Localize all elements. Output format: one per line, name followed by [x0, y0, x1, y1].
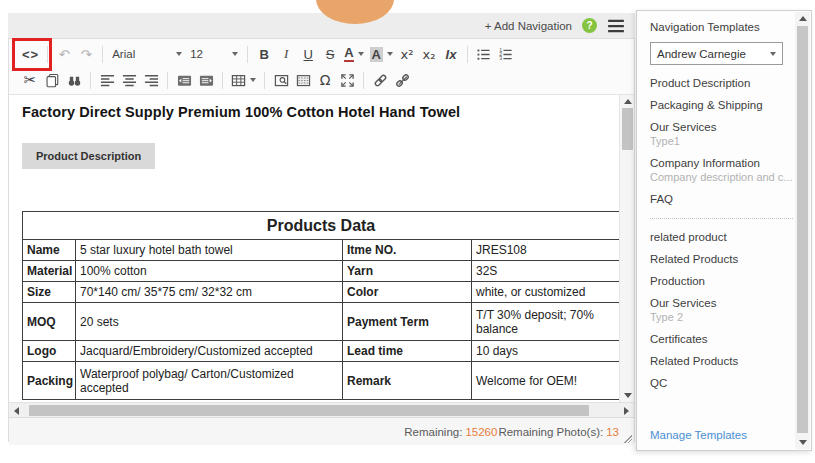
sidebar-item-product-description[interactable]: Product Description — [650, 77, 795, 90]
sidebar-item-production[interactable]: Production — [650, 275, 795, 288]
underline-button[interactable]: U — [297, 43, 319, 65]
table-cell[interactable]: Size — [23, 282, 76, 303]
menu-icon[interactable] — [607, 18, 625, 34]
add-navigation-button[interactable]: + Add Navigation — [485, 20, 572, 32]
sidebar-item-our-services-2[interactable]: Our Services Type 2 — [650, 297, 795, 324]
source-code-button[interactable]: <> — [19, 43, 42, 65]
scrollbar-thumb[interactable] — [29, 405, 589, 416]
font-family-select[interactable]: Arial — [108, 43, 186, 65]
sidebar-item-our-services-1[interactable]: Our Services Type1 — [650, 121, 795, 148]
table-cell[interactable]: Packing — [23, 362, 76, 400]
table-cell[interactable]: Remark — [343, 362, 472, 400]
product-title-heading[interactable]: Factory Direct Supply Premium 100% Cotto… — [22, 104, 619, 120]
table-cell[interactable]: Lead time — [343, 341, 472, 362]
strikethrough-button[interactable]: S — [319, 43, 341, 65]
scroll-up-arrow[interactable] — [795, 12, 810, 25]
scroll-down-arrow[interactable] — [620, 389, 634, 402]
table-cell[interactable]: 70*140 cm/ 35*75 cm/ 32*32 cm — [76, 282, 343, 303]
table-cell[interactable]: Jacquard/Embroidery/Customized accepted — [76, 341, 343, 362]
indent-icon[interactable] — [195, 69, 217, 91]
table-cell[interactable]: Yarn — [343, 261, 472, 282]
align-right-icon[interactable] — [140, 69, 162, 91]
table-cell[interactable]: Name — [23, 240, 76, 261]
scrollbar-thumb[interactable] — [622, 108, 633, 150]
table-cell[interactable]: white, or customized — [472, 282, 620, 303]
clear-formatting-button[interactable]: Ix — [440, 43, 462, 65]
align-center-icon[interactable] — [118, 69, 140, 91]
sidebar-item-certificates[interactable]: Certificates — [650, 333, 795, 346]
table-cell[interactable]: Welcome for OEM! — [472, 362, 620, 400]
highlight-color-label: A — [370, 47, 383, 62]
cut-icon[interactable]: ✂ — [19, 69, 41, 91]
chevron-down-icon — [250, 78, 256, 82]
help-icon[interactable]: ? — [582, 18, 597, 33]
template-select[interactable]: Andrew Carnegie — [650, 42, 783, 65]
fullscreen-icon[interactable] — [336, 69, 358, 91]
table-cell[interactable]: 32S — [472, 261, 620, 282]
sidebar-item-company-information[interactable]: Company Information Company description … — [650, 157, 795, 184]
sidebar-item-related-products-2[interactable]: Related Products — [650, 355, 795, 368]
editor-content-area[interactable]: Factory Direct Supply Premium 100% Cotto… — [9, 95, 634, 402]
table-cell[interactable]: Itme NO. — [343, 240, 472, 261]
document-body[interactable]: Factory Direct Supply Premium 100% Cotto… — [9, 95, 619, 402]
sidebar-item-qc[interactable]: QC — [650, 377, 795, 390]
text-color-button[interactable]: A — [341, 43, 366, 65]
bullet-list-icon[interactable] — [473, 43, 495, 65]
table-cell[interactable]: Waterproof polybag/ Carton/Customized ac… — [76, 362, 343, 400]
table-cell[interactable]: Payment Term — [343, 303, 472, 341]
table-cell[interactable]: JRES108 — [472, 240, 620, 261]
subscript-button[interactable]: x₂ — [418, 43, 440, 65]
template-icon[interactable] — [292, 69, 314, 91]
table-cell[interactable]: MOQ — [23, 303, 76, 341]
sidebar-item-related-product[interactable]: related product — [650, 231, 795, 244]
table-cell[interactable]: 10 days — [472, 341, 620, 362]
resize-grip[interactable] — [623, 434, 632, 443]
sidebar-item-label: Related Products — [650, 253, 795, 266]
redo-button[interactable]: ↷ — [75, 43, 97, 65]
italic-button[interactable]: I — [275, 43, 297, 65]
sidebar-item-related-products-1[interactable]: Related Products — [650, 253, 795, 266]
table-cell[interactable]: 20 sets — [76, 303, 343, 341]
special-character-button[interactable]: Ω — [314, 69, 336, 91]
table-cell[interactable]: Color — [343, 282, 472, 303]
products-data-table[interactable]: Products Data Name 5 star luxury hotel b… — [22, 211, 619, 400]
scrollbar-thumb[interactable] — [797, 26, 808, 433]
table-cell[interactable]: T/T 30% deposit; 70% balance — [472, 303, 620, 341]
outdent-icon[interactable] — [173, 69, 195, 91]
find-replace-icon[interactable] — [63, 69, 85, 91]
table-cell[interactable]: 100% cotton — [76, 261, 343, 282]
undo-button[interactable]: ↶ — [53, 43, 75, 65]
scroll-left-arrow[interactable] — [9, 403, 24, 418]
editor-vertical-scrollbar[interactable] — [619, 95, 634, 402]
link-icon[interactable] — [369, 69, 391, 91]
toolbar-divider — [264, 72, 265, 89]
panel-scrollbar[interactable] — [795, 12, 810, 449]
scroll-up-arrow[interactable] — [620, 95, 634, 108]
scroll-right-arrow[interactable] — [619, 403, 634, 418]
superscript-button[interactable]: x² — [396, 43, 418, 65]
table-cell[interactable]: Logo — [23, 341, 76, 362]
product-description-tab[interactable]: Product Description — [22, 143, 155, 169]
editor-status-bar: Remaining: 15260 Remaining Photo(s): 13 — [9, 417, 634, 445]
table-cell[interactable]: Material — [23, 261, 76, 282]
copy-icon[interactable] — [41, 69, 63, 91]
sidebar-item-packaging-shipping[interactable]: Packaging & Shipping — [650, 99, 795, 112]
sidebar-item-label: Certificates — [650, 333, 795, 346]
sidebar-item-faq[interactable]: FAQ — [650, 193, 795, 206]
font-family-value: Arial — [112, 48, 172, 60]
sidebar-item-label: related product — [650, 231, 795, 244]
font-size-select[interactable]: 12 — [186, 43, 242, 65]
unlink-icon[interactable] — [391, 69, 413, 91]
preview-icon[interactable] — [270, 69, 292, 91]
scroll-down-arrow[interactable] — [795, 436, 810, 449]
highlight-color-button[interactable]: A — [367, 43, 396, 65]
table-row: Material 100% cotton Yarn 32S — [23, 261, 620, 282]
manage-templates-link[interactable]: Manage Templates — [650, 429, 747, 441]
align-left-icon[interactable] — [96, 69, 118, 91]
numbered-list-icon[interactable] — [495, 43, 517, 65]
table-cell[interactable]: 5 star luxury hotel bath towel — [76, 240, 343, 261]
bold-button[interactable]: B — [253, 43, 275, 65]
table-icon[interactable] — [228, 69, 259, 91]
editor-horizontal-scrollbar[interactable] — [9, 402, 634, 417]
table-title[interactable]: Products Data — [23, 212, 620, 240]
